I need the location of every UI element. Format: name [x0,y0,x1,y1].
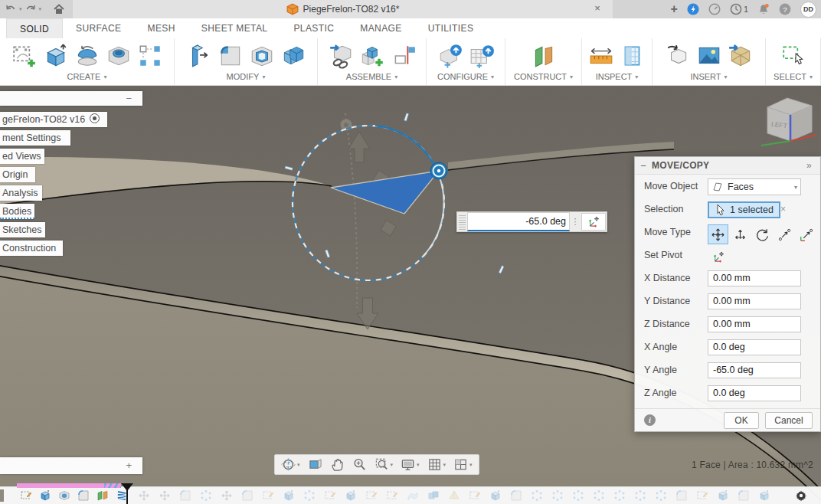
combine-icon[interactable] [280,43,306,69]
dialog-collapse-button[interactable]: − [635,160,652,172]
timeline-feature-move[interactable] [138,489,150,502]
group-label-configure[interactable]: CONFIGURE [437,72,494,81]
field-input-y-angle[interactable]: -65.0 deg [708,362,801,378]
group-label-assemble[interactable]: ASSEMBLE [346,72,397,81]
tab-manage[interactable]: MANAGE [347,18,414,38]
timeline-feature-sketch[interactable] [365,489,378,502]
user-avatar[interactable]: DD [800,2,816,18]
field-input-y-distance[interactable]: 0.00 mm [708,293,801,309]
look-at-button[interactable] [305,455,325,474]
timeline-feature-sketch[interactable] [20,489,32,502]
create-sketch-icon[interactable] [11,43,38,69]
timeline-feature-fillet[interactable] [241,489,253,502]
browser-item-gefrelon-to82-v16[interactable]: geFrelon-TO82 v16 [0,112,107,127]
chevron-down-icon[interactable]: ▾ [297,462,300,468]
display-settings-button[interactable]: ▾ [397,455,423,474]
timeline-feature-extrude[interactable] [345,489,357,502]
timeline-feature-pattern[interactable] [303,489,316,502]
undo-caret-icon[interactable]: ▾ [19,6,22,12]
timeline-feature-extrude[interactable] [39,489,51,502]
timeline-feature-pattern[interactable] [200,489,212,502]
angle-input[interactable] [467,212,570,231]
translate-button[interactable] [730,224,751,244]
group-label-create[interactable]: CREATE [67,72,107,81]
recent-activity[interactable]: 1 [730,3,748,15]
pan-button[interactable] [327,455,348,474]
timeline-feature-sketch[interactable] [324,489,336,502]
tab-solid[interactable]: SOLID [6,18,63,38]
timeline-feature-fillet[interactable] [738,489,750,502]
tab-surface[interactable]: SURFACE [63,18,134,38]
canvas-icon[interactable] [696,43,722,69]
dashboard-icon[interactable] [708,3,721,15]
browser-add-button[interactable]: + [126,457,132,474]
timeline-feature-pyramid[interactable] [448,489,460,502]
redo-icon[interactable] [25,3,37,15]
chevron-down-icon[interactable]: ▾ [469,462,473,468]
rotate-button[interactable] [752,224,773,244]
timeline-feature-sketch[interactable] [386,489,398,502]
timeline-feature-fillet[interactable] [675,489,688,502]
help-icon[interactable]: ? [779,3,791,15]
timeline-feature-plane[interactable] [96,489,109,502]
dialog-header[interactable]: − MOVE/COPY » [635,157,820,175]
timeline-feature-move[interactable] [159,489,171,502]
move-object-select[interactable]: Faces ▾ [708,178,801,195]
timeline-feature-coil[interactable] [116,489,128,502]
activate-component-radio-icon[interactable] [90,113,100,123]
grid-button[interactable]: ▾ [424,455,450,474]
new-tab-button[interactable]: + [671,2,678,16]
gear-icon[interactable] [795,489,807,502]
zoom-button[interactable] [349,455,370,474]
view-cube[interactable]: LEFT [755,87,821,153]
browser-item-construction[interactable]: Construction [0,241,63,256]
set-pivot-button-floating[interactable] [581,213,606,231]
select-icon[interactable] [780,43,806,69]
timeline-feature-sketch[interactable] [469,489,481,502]
measure-icon[interactable] [588,43,614,69]
group-label-construct[interactable]: CONSTRUCT [514,72,573,81]
more-options-icon[interactable]: ⋮ [570,212,581,231]
browser-item-analysis[interactable]: Analysis [0,185,42,201]
timeline-feature-combine[interactable] [427,489,440,502]
joint-icon[interactable] [391,43,417,69]
document-tab[interactable]: PiegeFrelon-TO82 v16* × [73,0,613,18]
field-input-x-angle[interactable]: 0.0 deg [708,339,801,355]
dialog-expand-icon[interactable]: » [806,160,820,171]
selection-clear-button[interactable]: × [780,204,786,214]
timeline-feature-pattern[interactable] [593,489,605,502]
tab-plastic[interactable]: PLASTIC [280,18,347,38]
pattern-icon[interactable] [137,43,163,69]
ok-button[interactable]: OK [724,412,759,429]
new-component-icon[interactable] [359,43,385,69]
insert-mesh-icon[interactable] [728,43,754,69]
selection-chip[interactable]: 1 selected [708,201,780,218]
browser-item-bodies[interactable]: Bodies [0,204,34,219]
group-label-insert[interactable]: INSERT [690,72,727,81]
timeline-group-marker[interactable] [17,483,121,488]
cancel-button[interactable]: Cancel [765,412,813,429]
redo-caret-icon[interactable]: ▾ [39,6,42,12]
timeline-feature-sketch[interactable] [696,489,708,502]
chevron-down-icon[interactable]: ▾ [417,462,420,468]
home-icon[interactable] [53,3,65,15]
timeline-feature-pattern[interactable] [613,489,626,502]
tab-sheet-metal[interactable]: SHEET METAL [188,18,281,38]
extrude-icon[interactable] [43,43,69,69]
fit-button[interactable]: ▾ [371,455,397,474]
browser-minimize-button[interactable]: − [126,91,132,106]
timeline-feature-extrude[interactable] [717,489,729,502]
free-move-button[interactable] [708,224,728,244]
section-analysis-icon[interactable] [620,43,646,69]
tab-mesh[interactable]: MESH [135,18,188,38]
timeline-feature-shell[interactable] [58,489,70,502]
set-pivot-button[interactable] [708,247,728,267]
configure-icon[interactable] [437,43,463,69]
revolve-icon[interactable] [74,43,100,69]
job-status-icon[interactable] [687,3,699,15]
viewports-button[interactable]: ▾ [450,455,476,474]
browser-item-sketches[interactable]: Sketches [0,222,45,237]
derive-icon[interactable] [665,43,691,69]
orbit-button[interactable]: ▾ [278,455,303,474]
field-input-z-angle[interactable]: 0.0 deg [708,385,801,401]
